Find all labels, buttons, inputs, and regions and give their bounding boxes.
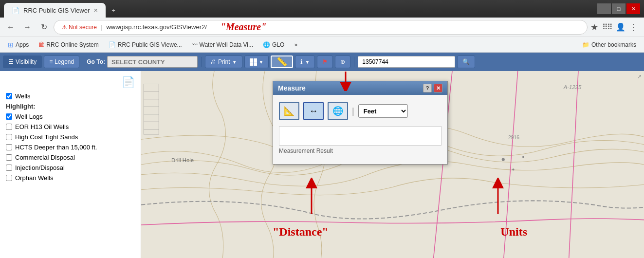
address-bar-row: ← → ↻ ⚠ Not secure | wwwgisp.rrc.texas.g… xyxy=(0,18,644,37)
grid-button[interactable]: ▼ xyxy=(244,55,269,68)
crosshair-icon: ⊕ xyxy=(340,58,345,65)
bookmark-water-well[interactable]: 〰 Water Well Data Vi... xyxy=(188,40,257,50)
wells-item: Wells xyxy=(6,92,135,100)
dialog-header-controls: ? ✕ xyxy=(423,84,442,92)
orphan-checkbox[interactable] xyxy=(6,175,12,181)
svg-text:2916: 2916 xyxy=(508,135,519,140)
hcts-checkbox[interactable] xyxy=(6,144,12,150)
measure-units-select[interactable]: Feet Meters Miles Kilometers xyxy=(358,104,408,118)
main-toolbar: ☰ Visibility ≡ Legend Go To: 🖨 Print ▼ ▼… xyxy=(0,53,644,71)
info-icon: ℹ xyxy=(300,58,303,65)
grid-dropdown-icon: ▼ xyxy=(259,59,264,65)
bookmark-apps[interactable]: ⊞ Apps xyxy=(4,39,33,50)
glo-icon: 🌐 xyxy=(263,41,270,48)
bookmark-rrc-online-label: RRC Online System xyxy=(46,41,98,48)
folder-icon: 📁 xyxy=(582,41,589,48)
flag-button[interactable]: ⚑ xyxy=(317,55,333,68)
bookmark-rrc-gis-label: RRC Public GIS Viewe... xyxy=(118,41,182,48)
tab-title: RRC Public GIS Viewer xyxy=(23,7,90,14)
measure-location-button[interactable]: 🌐 xyxy=(328,102,348,120)
list-item: Orphan Wells xyxy=(6,174,135,182)
injection-checkbox[interactable] xyxy=(6,165,12,171)
print-label: Print xyxy=(218,58,230,65)
dialog-help-button[interactable]: ? xyxy=(423,84,432,92)
bookmarks-more[interactable]: » xyxy=(290,40,301,50)
not-secure-text: Not secure xyxy=(69,24,97,31)
list-item: HCTS Deeper than 15,000 ft. xyxy=(6,144,135,151)
svg-point-1 xyxy=(502,158,505,161)
rrc-gis-icon: 📄 xyxy=(109,41,116,48)
water-well-icon: 〰 xyxy=(192,41,198,48)
new-tab-button[interactable]: + xyxy=(106,3,121,18)
refresh-button[interactable]: ↻ xyxy=(37,20,51,34)
list-item: EOR H13 Oil Wells xyxy=(6,123,135,130)
map-corner-label: ↗ xyxy=(637,74,642,80)
measure-toolbar-icon: 📏 xyxy=(276,56,287,67)
bookmark-star-icon[interactable]: ★ xyxy=(590,22,598,33)
pdf-icon[interactable]: 📄 xyxy=(122,76,135,89)
separator-2 xyxy=(201,57,202,67)
visibility-button[interactable]: ☰ Visibility xyxy=(3,55,42,68)
other-bookmarks-label: Other bookmarks xyxy=(591,41,636,48)
print-button[interactable]: 🖨 Print ▼ xyxy=(205,55,242,68)
measure-annotation-header: "Measure" xyxy=(221,21,266,33)
bookmark-glo[interactable]: 🌐 GLO xyxy=(259,40,288,50)
high-cost-label: High Cost Tight Sands xyxy=(15,133,78,141)
menu-icon[interactable]: ⋮ xyxy=(629,22,638,33)
orphan-label: Orphan Wells xyxy=(15,174,54,182)
flag-icon: ⚑ xyxy=(322,58,328,65)
measure-result-area xyxy=(279,126,442,146)
measure-dialog-title: Measure xyxy=(278,84,306,92)
content-area: 📄 Wells Highlight: Well Logs EOR H13 Oil… xyxy=(0,71,644,258)
maximize-button[interactable]: □ xyxy=(612,3,626,14)
search-button[interactable]: 🔍 xyxy=(457,55,475,68)
bookmark-rrc-gis[interactable]: 📄 RRC Public GIS Viewe... xyxy=(105,40,186,50)
select-county-input[interactable] xyxy=(107,56,198,68)
back-button[interactable]: ← xyxy=(4,20,18,34)
apps-grid-icon: ⊞ xyxy=(8,41,14,49)
extensions-icon[interactable]: ⠿⠿ xyxy=(602,22,612,32)
window-controls: ─ □ ✕ xyxy=(597,3,640,14)
measure-dialog-body: 📐 ↔ 🌐 | Feet Meters Miles Kilometers xyxy=(273,95,447,164)
high-cost-checkbox[interactable] xyxy=(6,134,12,140)
well-logs-checkbox[interactable] xyxy=(6,113,12,120)
separator-3 xyxy=(354,57,354,67)
crosshair-button[interactable]: ⊕ xyxy=(335,55,350,68)
measure-area-button[interactable]: 📐 xyxy=(279,102,299,120)
measure-dialog: Measure ? ✕ 📐 ↔ 🌐 | xyxy=(273,81,448,165)
rrc-online-icon: 🏛 xyxy=(38,41,44,48)
tab-page-icon: 📄 xyxy=(12,7,19,14)
legend-button[interactable]: ≡ Legend xyxy=(44,55,79,68)
wells-checkbox[interactable] xyxy=(6,93,12,99)
dialog-close-button[interactable]: ✕ xyxy=(434,84,442,92)
commercial-checkbox[interactable] xyxy=(6,154,12,161)
tab-close-icon[interactable]: ✕ xyxy=(93,7,98,14)
address-input-container[interactable]: ⚠ Not secure | wwwgisp.rrc.texas.gov/GIS… xyxy=(54,20,588,35)
legend-icon: ≡ xyxy=(49,58,53,65)
url-text: wwwgisp.rrc.texas.gov/GISViewer2/ xyxy=(106,23,206,31)
bookmark-apps-label: Apps xyxy=(16,41,29,48)
print-icon: 🖨 xyxy=(210,58,216,65)
profile-icon[interactable]: 👤 xyxy=(616,22,626,32)
commercial-label: Commercial Disposal xyxy=(15,154,75,161)
other-bookmarks[interactable]: 📁 Other bookmarks xyxy=(578,40,640,50)
map-area[interactable]: Drill Hole A-1225 2916 299 Measure ? ✕ xyxy=(141,71,644,258)
close-button[interactable]: ✕ xyxy=(626,3,640,14)
measure-tools-row: 📐 ↔ 🌐 | Feet Meters Miles Kilometers xyxy=(279,102,442,120)
search-input[interactable] xyxy=(358,56,455,68)
browser-toolbar-icons: ★ ⠿⠿ 👤 ⋮ xyxy=(590,22,640,33)
browser-titlebar: 📄 RRC Public GIS Viewer ✕ + ─ □ ✕ xyxy=(0,0,644,18)
minimize-button[interactable]: ─ xyxy=(597,3,611,14)
measure-distance-button[interactable]: ↔ xyxy=(303,102,324,120)
svg-text:Drill Hole: Drill Hole xyxy=(171,157,194,163)
forward-button[interactable]: → xyxy=(20,20,34,34)
svg-point-2 xyxy=(512,168,514,170)
measure-tool-button[interactable]: 📏 xyxy=(271,55,293,68)
active-tab[interactable]: 📄 RRC Public GIS Viewer ✕ xyxy=(4,3,106,18)
separator: | xyxy=(101,23,102,31)
info-dropdown-icon: ▼ xyxy=(305,59,310,65)
svg-point-3 xyxy=(522,156,524,158)
bookmark-rrc-online[interactable]: 🏛 RRC Online System xyxy=(35,40,102,50)
info-button[interactable]: ℹ ▼ xyxy=(295,55,315,68)
eor-h13-checkbox[interactable] xyxy=(6,124,12,130)
